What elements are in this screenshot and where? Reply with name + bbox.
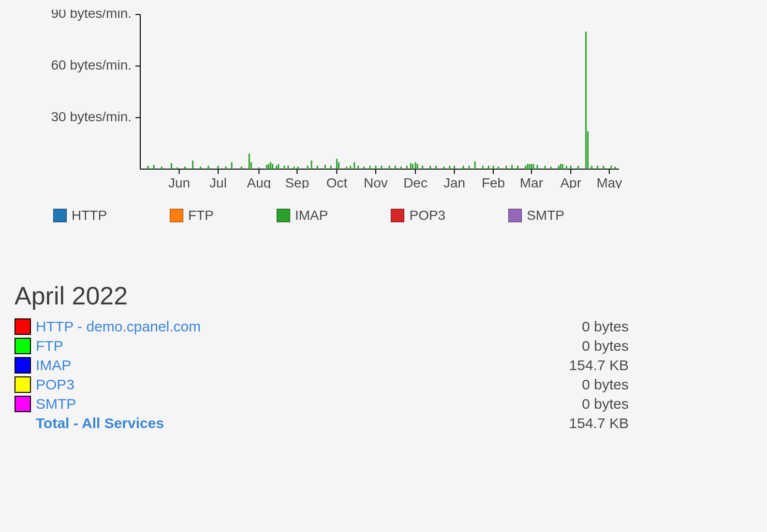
svg-text:Feb: Feb bbox=[482, 175, 505, 188]
service-row: POP30 bytes bbox=[15, 375, 629, 394]
svg-text:Aug: Aug bbox=[247, 175, 271, 188]
svg-text:Sep: Sep bbox=[285, 175, 309, 188]
svg-text:60 bytes/min.: 60 bytes/min. bbox=[51, 58, 132, 72]
legend-item-imap: IMAP bbox=[277, 208, 328, 223]
service-link[interactable]: IMAP bbox=[36, 357, 71, 374]
service-row: HTTP - demo.cpanel.com0 bytes bbox=[15, 317, 629, 336]
service-row: FTP0 bytes bbox=[15, 336, 629, 356]
chart-legend: HTTPFTPIMAPPOP3SMTP bbox=[53, 208, 752, 223]
service-link[interactable]: HTTP - demo.cpanel.com bbox=[36, 318, 201, 335]
legend-label: POP3 bbox=[409, 208, 445, 223]
service-breakdown: HTTP - demo.cpanel.com0 bytesFTP0 bytesI… bbox=[15, 317, 629, 433]
bandwidth-chart: 30 bytes/min.60 bytes/min.90 bytes/min.J… bbox=[15, 10, 624, 188]
service-link[interactable]: FTP bbox=[36, 338, 63, 354]
legend-item-pop3: POP3 bbox=[391, 208, 445, 223]
service-row: IMAP154.7 KB bbox=[15, 356, 629, 375]
page-root: 30 bytes/min.60 bytes/min.90 bytes/min.J… bbox=[0, 0, 767, 532]
service-link[interactable]: POP3 bbox=[36, 376, 74, 393]
total-value: 154.7 KB bbox=[569, 415, 629, 431]
legend-swatch bbox=[53, 209, 67, 222]
service-row: SMTP0 bytes bbox=[15, 394, 629, 414]
service-link[interactable]: SMTP bbox=[36, 396, 76, 412]
svg-text:Mar: Mar bbox=[520, 175, 543, 188]
legend-swatch bbox=[277, 209, 290, 222]
legend-item-http: HTTP bbox=[53, 208, 107, 223]
svg-text:Jul: Jul bbox=[209, 175, 227, 188]
legend-swatch bbox=[508, 209, 522, 222]
service-color-swatch bbox=[15, 318, 31, 335]
service-row-total: Total - All Services154.7 KB bbox=[15, 414, 629, 433]
svg-text:Jun: Jun bbox=[168, 175, 190, 188]
svg-text:Apr: Apr bbox=[560, 175, 581, 188]
total-link[interactable]: Total - All Services bbox=[36, 415, 164, 431]
svg-text:90 bytes/min.: 90 bytes/min. bbox=[51, 10, 132, 21]
service-value: 0 bytes bbox=[582, 376, 629, 393]
legend-label: HTTP bbox=[72, 208, 107, 223]
legend-swatch bbox=[391, 209, 404, 222]
legend-label: IMAP bbox=[295, 208, 328, 223]
service-value: 0 bytes bbox=[582, 318, 629, 335]
section-title: April 2022 bbox=[15, 281, 752, 310]
svg-text:30 bytes/min.: 30 bytes/min. bbox=[51, 109, 132, 124]
service-color-swatch bbox=[15, 396, 31, 412]
legend-item-ftp: FTP bbox=[170, 208, 214, 223]
legend-item-smtp: SMTP bbox=[508, 208, 564, 223]
svg-text:Oct: Oct bbox=[326, 175, 348, 188]
legend-label: SMTP bbox=[527, 208, 564, 223]
service-color-swatch bbox=[15, 338, 31, 354]
service-value: 154.7 KB bbox=[569, 357, 629, 374]
bandwidth-chart-svg: 30 bytes/min.60 bytes/min.90 bytes/min.J… bbox=[15, 10, 624, 188]
legend-swatch bbox=[170, 209, 183, 222]
svg-text:May: May bbox=[596, 175, 622, 188]
svg-text:Nov: Nov bbox=[364, 175, 388, 188]
legend-label: FTP bbox=[188, 208, 214, 223]
svg-text:Dec: Dec bbox=[403, 175, 428, 188]
service-value: 0 bytes bbox=[582, 396, 629, 412]
svg-text:Jan: Jan bbox=[443, 175, 465, 188]
service-color-swatch bbox=[15, 357, 31, 374]
service-value: 0 bytes bbox=[582, 338, 629, 354]
service-color-swatch bbox=[15, 376, 31, 393]
